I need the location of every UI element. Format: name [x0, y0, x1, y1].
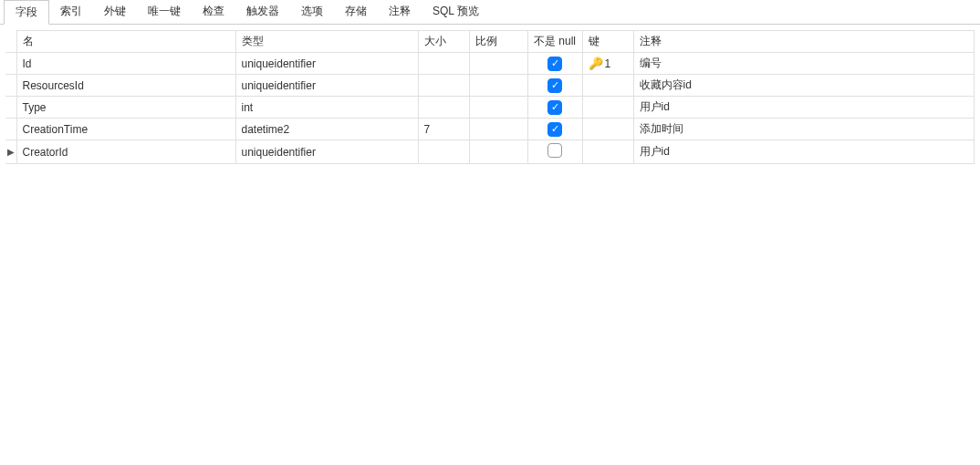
- table-row[interactable]: Iduniqueidentifier✓🔑1编号: [5, 53, 975, 75]
- table-row[interactable]: CreationTimedatetime27✓添加时间: [5, 119, 975, 140]
- cell-scale[interactable]: [469, 53, 527, 75]
- cell-notnull[interactable]: ✓: [527, 97, 582, 119]
- cell-comment[interactable]: 用户id: [633, 97, 975, 119]
- cell-size[interactable]: [418, 97, 469, 119]
- cell-notnull[interactable]: ✓: [527, 75, 582, 97]
- cell-comment[interactable]: 用户id: [633, 140, 975, 164]
- cell-notnull[interactable]: [527, 140, 582, 164]
- checkbox-icon[interactable]: ✓: [547, 122, 562, 137]
- cell-size[interactable]: [418, 140, 469, 164]
- col-header-size[interactable]: 大小: [418, 31, 469, 53]
- tab-6[interactable]: 选项: [290, 0, 334, 24]
- key-number: 1: [605, 57, 611, 70]
- checkbox-icon[interactable]: [547, 143, 562, 158]
- tab-8[interactable]: 注释: [378, 0, 422, 24]
- tab-4[interactable]: 检查: [192, 0, 235, 24]
- tab-1[interactable]: 索引: [49, 0, 93, 24]
- cell-name[interactable]: Type: [16, 97, 235, 119]
- cell-type[interactable]: datetime2: [235, 119, 418, 140]
- cell-name[interactable]: CreationTime: [16, 119, 235, 140]
- cell-type[interactable]: int: [235, 97, 418, 119]
- cell-size[interactable]: 7: [418, 119, 469, 140]
- cell-notnull[interactable]: ✓: [527, 53, 582, 75]
- fields-table: 名 类型 大小 比例 不是 null 键 注释 Iduniqueidentifi…: [5, 30, 975, 164]
- cell-comment[interactable]: 添加时间: [633, 119, 975, 140]
- col-header-name[interactable]: 名: [16, 31, 235, 53]
- cell-size[interactable]: [418, 53, 469, 75]
- cell-comment[interactable]: 编号: [633, 53, 975, 75]
- table-row[interactable]: ▶CreatorIduniqueidentifier用户id: [5, 140, 975, 164]
- col-header-comment[interactable]: 注释: [633, 31, 975, 53]
- cell-key[interactable]: [582, 75, 633, 97]
- col-header-type[interactable]: 类型: [235, 31, 418, 53]
- cell-scale[interactable]: [469, 97, 527, 119]
- row-marker: [5, 119, 16, 140]
- cell-scale[interactable]: [469, 75, 527, 97]
- table-row[interactable]: Typeint✓用户id: [5, 97, 975, 119]
- row-marker: [5, 75, 16, 97]
- tab-2[interactable]: 外键: [93, 0, 137, 24]
- cell-size[interactable]: [418, 75, 469, 97]
- col-header-key[interactable]: 键: [582, 31, 633, 53]
- cell-key[interactable]: [582, 97, 633, 119]
- table-row[interactable]: ResourcesIduniqueidentifier✓收藏内容id: [5, 75, 975, 97]
- cell-type[interactable]: uniqueidentifier: [235, 53, 418, 75]
- cell-key[interactable]: [582, 119, 633, 140]
- cell-name[interactable]: Id: [16, 53, 235, 75]
- row-marker: [5, 97, 16, 119]
- row-marker: ▶: [5, 140, 16, 164]
- checkbox-icon[interactable]: ✓: [547, 78, 562, 93]
- cell-scale[interactable]: [469, 140, 527, 164]
- tabs-bar: 字段索引外键唯一键检查触发器选项存储注释SQL 预览: [0, 0, 980, 25]
- cell-scale[interactable]: [469, 119, 527, 140]
- cell-name[interactable]: CreatorId: [16, 140, 235, 164]
- cell-comment[interactable]: 收藏内容id: [633, 75, 975, 97]
- col-header-notnull[interactable]: 不是 null: [527, 31, 582, 53]
- cell-type[interactable]: uniqueidentifier: [235, 140, 418, 164]
- tab-3[interactable]: 唯一键: [137, 0, 192, 24]
- checkbox-icon[interactable]: ✓: [547, 57, 562, 71]
- cell-key[interactable]: 🔑1: [582, 53, 633, 75]
- tab-9[interactable]: SQL 预览: [422, 0, 490, 24]
- cell-notnull[interactable]: ✓: [527, 119, 582, 140]
- tab-7[interactable]: 存储: [334, 0, 378, 24]
- tab-0[interactable]: 字段: [4, 0, 49, 25]
- row-marker: [5, 53, 16, 75]
- cell-key[interactable]: [582, 140, 633, 164]
- cell-name[interactable]: ResourcesId: [16, 75, 235, 97]
- checkbox-icon[interactable]: ✓: [547, 100, 562, 115]
- cell-type[interactable]: uniqueidentifier: [235, 75, 418, 97]
- tab-5[interactable]: 触发器: [235, 0, 290, 24]
- col-header-scale[interactable]: 比例: [469, 31, 527, 53]
- key-icon: 🔑: [589, 57, 603, 69]
